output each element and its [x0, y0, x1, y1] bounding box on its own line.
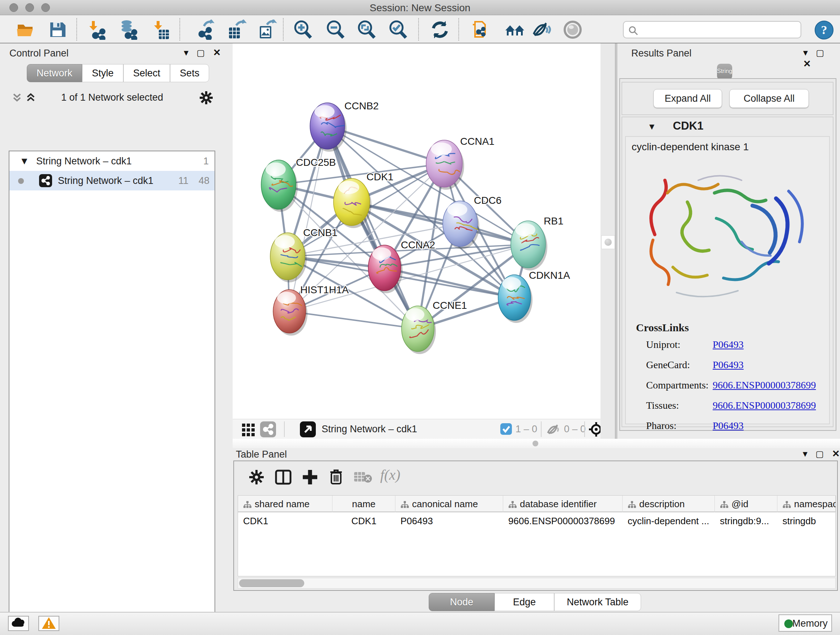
column-header-description[interactable]: description: [622, 496, 715, 512]
hide-panel-eye-icon[interactable]: [532, 19, 552, 40]
zoom-selected-icon[interactable]: [388, 19, 408, 40]
collapse-panel-icon[interactable]: ▾: [184, 47, 188, 58]
table-options-gear-icon[interactable]: [248, 469, 264, 486]
node-label-HIST1H1A: HIST1H1A: [300, 284, 349, 295]
tab-network[interactable]: Network: [27, 64, 82, 82]
column-header-shared-name[interactable]: shared name: [238, 496, 332, 512]
node-CCNE1[interactable]: CCNE1: [401, 300, 467, 354]
tab-sets[interactable]: Sets: [170, 64, 209, 82]
collection-expander-icon[interactable]: ▼: [19, 151, 29, 171]
home-networks-icon[interactable]: [505, 19, 525, 40]
tab-string[interactable]: String: [717, 64, 732, 80]
edge-HIST1H1A-CCNE1[interactable]: [289, 311, 418, 329]
selected-nodes-checkbox-icon[interactable]: [500, 423, 512, 435]
collapse-all-button[interactable]: Collapse All: [729, 89, 809, 108]
save-session-icon[interactable]: [47, 19, 68, 40]
memory-button[interactable]: Memory: [778, 614, 832, 632]
export-table-icon[interactable]: [227, 19, 247, 40]
toolbar-separator: [180, 18, 180, 41]
birdseye-grid-icon[interactable]: [241, 422, 256, 438]
expand-all-trees-icon[interactable]: [25, 91, 36, 105]
column-header-name[interactable]: name: [332, 496, 395, 512]
string-style-icon[interactable]: [260, 421, 276, 437]
cell-@id[interactable]: stringdb:9...: [715, 513, 777, 530]
search-input[interactable]: [623, 21, 801, 38]
node-label-CDKN1A: CDKN1A: [529, 270, 570, 281]
export-network-icon[interactable]: [196, 19, 216, 40]
network-canvas[interactable]: CCNB2CCNA1CDC25BCDK1CDC6RB1CCNB1CCNA2CDK…: [233, 43, 600, 419]
column-header-namespace[interactable]: namespace: [777, 496, 836, 512]
crosslink-value-link[interactable]: 9606.ENSP00000378699: [713, 379, 816, 391]
import-table-icon[interactable]: [151, 19, 171, 40]
network-row-selected[interactable]: String Network – cdk1 11 48: [9, 171, 215, 190]
expand-all-button[interactable]: Expand All: [653, 89, 722, 108]
fit-content-icon[interactable]: [356, 19, 377, 40]
tab-style[interactable]: Style: [82, 64, 123, 82]
vertical-splitter[interactable]: [600, 43, 617, 439]
node-CDKN1A[interactable]: CDKN1A: [498, 270, 570, 323]
hidden-eye-slash-icon[interactable]: [546, 423, 561, 437]
node-HIST1H1A[interactable]: HIST1H1A: [273, 284, 349, 336]
clone-network-icon[interactable]: [470, 19, 490, 40]
help-icon[interactable]: ?: [814, 20, 835, 41]
collapse-panel-icon[interactable]: ▾: [803, 448, 807, 459]
export-image-icon[interactable]: [257, 19, 277, 40]
cell-namespace[interactable]: stringdb: [777, 513, 836, 530]
node-CCNA1[interactable]: CCNA1: [426, 136, 494, 190]
show-panel-sphere-icon[interactable]: [562, 19, 583, 40]
network-collection-row[interactable]: ▼ String Network – cdk1 1: [9, 151, 215, 171]
title-bar: Session: New Session: [0, 0, 840, 15]
tab-network-table[interactable]: Network Table: [554, 593, 641, 611]
node-CCNB2[interactable]: CCNB2: [310, 100, 379, 152]
tab-select[interactable]: Select: [123, 64, 170, 82]
tab-node-table[interactable]: Node Table: [429, 593, 494, 611]
zoom-in-icon[interactable]: [293, 19, 313, 40]
float-panel-icon[interactable]: ▢: [816, 449, 824, 459]
import-network-from-file-icon[interactable]: [88, 19, 108, 40]
crosslink-value-link[interactable]: P06493: [713, 420, 744, 432]
import-network-from-database-icon[interactable]: [118, 19, 139, 40]
node-CDC25B[interactable]: CDC25B: [261, 157, 336, 212]
node-CDC6[interactable]: CDC6: [443, 195, 501, 249]
cell-description[interactable]: cyclin-dependent ...: [622, 513, 715, 530]
column-header-@id[interactable]: @id: [715, 496, 777, 512]
table-horizontal-scrollbar[interactable]: [238, 578, 836, 589]
node-RB1[interactable]: RB1: [511, 215, 563, 271]
warning-button[interactable]: [38, 616, 59, 631]
cloud-button[interactable]: [8, 616, 29, 631]
splitter-grip[interactable]: [532, 440, 538, 447]
crosslink-value-link[interactable]: P06493: [713, 339, 744, 350]
splitter-grip[interactable]: [601, 235, 615, 249]
cell-database-identifier[interactable]: 9606.ENSP00000378699: [503, 513, 622, 530]
cell-canonical-name[interactable]: P06493: [395, 513, 503, 530]
network-options-gear-icon[interactable]: [199, 90, 213, 106]
open-session-icon[interactable]: [16, 19, 36, 40]
crosslink-value-link[interactable]: P06493: [713, 359, 744, 371]
float-panel-icon[interactable]: ▢: [816, 48, 824, 58]
close-panel-icon[interactable]: ✕: [213, 47, 221, 58]
column-header-canonical-name[interactable]: canonical name: [395, 496, 503, 512]
cell-name[interactable]: CDK1: [332, 513, 395, 530]
collapse-panel-icon[interactable]: ▾: [803, 47, 808, 58]
crosslink-value-link[interactable]: 9606.ENSP00000378699: [713, 400, 816, 411]
node-label-CCNA2: CCNA2: [401, 239, 435, 250]
column-header-database-identifier[interactable]: database identifier: [503, 496, 622, 512]
scrollbar-thumb[interactable]: [239, 579, 304, 587]
delete-column-trash-icon[interactable]: [328, 468, 344, 487]
tab-edge-table[interactable]: Edge Table: [494, 593, 554, 611]
collapse-all-trees-icon[interactable]: [11, 91, 22, 105]
table-row[interactable]: CDK1CDK1P064939606.ENSP00000378699cyclin…: [238, 513, 835, 529]
add-column-icon[interactable]: [302, 469, 319, 487]
float-panel-icon[interactable]: ▢: [197, 48, 205, 58]
entry-expander-icon[interactable]: ▼: [647, 122, 656, 132]
show-columns-icon[interactable]: [275, 469, 292, 487]
close-panel-icon[interactable]: ✕: [803, 58, 811, 70]
node-label-CDC25B: CDC25B: [296, 157, 336, 168]
close-panel-icon[interactable]: ✕: [832, 448, 840, 459]
cell-shared-name[interactable]: CDK1: [238, 513, 332, 530]
refresh-icon[interactable]: [430, 19, 450, 40]
horizontal-splitter[interactable]: [233, 439, 840, 448]
zoom-out-icon[interactable]: [325, 19, 346, 40]
edge-CCNB2-CCNE1[interactable]: [327, 126, 418, 329]
open-in-window-icon[interactable]: [300, 421, 316, 437]
